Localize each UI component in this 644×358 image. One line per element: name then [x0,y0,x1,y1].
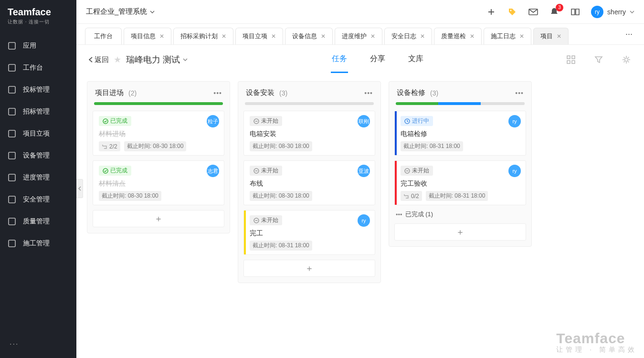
sidebar-collapse-handle[interactable] [76,179,83,198]
sidebar-item-9[interactable]: 施工管理 [0,232,76,254]
tab-1[interactable]: 项目信息✕ [124,28,171,44]
tab-9[interactable]: 项目✕ [533,28,569,44]
tab-0[interactable]: 工作台 [85,28,122,44]
svg-rect-13 [572,56,575,59]
close-icon[interactable]: ✕ [271,33,276,40]
project-tab-1[interactable]: 分享 [369,46,386,73]
mail-icon[interactable] [528,7,538,17]
task-card[interactable]: 已完成粒子材料进场2/2截止时间: 08-30 18:00 [93,111,224,156]
column-menu-icon[interactable]: ••• [213,89,222,97]
workspace-tabs: 工作台项目信息✕招标采购计划✕项目立项✕设备信息✕进度维护✕安全日志✕质量巡检✕… [76,24,644,45]
close-icon[interactable]: ✕ [557,33,561,40]
sidebar-item-8[interactable]: 质量管理 [0,211,76,232]
column-progress [94,102,223,105]
status-pill: 未开始 [250,166,282,176]
add-card-button[interactable]: ＋ [394,223,526,241]
svg-rect-1 [9,64,15,71]
svg-rect-8 [9,218,15,225]
tab-2[interactable]: 招标采购计划✕ [173,28,233,44]
clipboard-icon [8,195,16,204]
plus-icon[interactable] [486,7,496,17]
svg-point-10 [510,10,512,11]
bell-icon[interactable]: 3 [549,7,560,17]
close-icon[interactable]: ✕ [222,33,226,40]
list-icon [8,85,16,94]
sidebar-item-2[interactable]: 投标管理 [0,79,76,101]
sidebar-item-6[interactable]: 进度管理 [0,167,76,189]
sidebar-item-label: 工作台 [23,63,43,72]
sidebar-item-7[interactable]: 安全管理 [0,189,76,211]
task-card[interactable]: 进行中ry电箱检修截止时间: 08-31 18:00 [394,111,526,156]
sidebar-item-5[interactable]: 设备管理 [0,145,76,167]
star-icon[interactable]: ★ [114,54,121,65]
close-icon[interactable]: ✕ [420,33,425,40]
deadline-chip: 截止时间: 08-31 18:00 [401,141,463,151]
close-icon[interactable]: ✕ [370,33,375,40]
deadline-chip: 截止时间: 08-31 18:00 [426,191,488,201]
task-card[interactable]: 未开始亚波布线截止时间: 08-30 18:00 [243,160,375,205]
app-title-dropdown[interactable]: 工程企业_管理系统 [86,7,155,16]
column-1: 设备安装(3)•••未开始联刚电箱安装截止时间: 08-30 18:00未开始亚… [238,81,381,283]
report-icon [8,239,16,248]
column-header: 项目进场(2)••• [87,82,230,102]
svg-point-18 [103,168,108,173]
add-card-button[interactable]: ＋ [93,210,224,227]
column-count: (2) [128,89,137,97]
column-0: 项目进场(2)•••已完成粒子材料进场2/2截止时间: 08-30 18:00已… [87,81,230,233]
tab-label: 项目 [540,32,553,41]
tab-5[interactable]: 进度维护✕ [335,28,382,44]
svg-rect-0 [9,42,15,49]
sidebar-item-3[interactable]: 招标管理 [0,101,76,123]
svg-rect-5 [9,152,15,159]
tab-6[interactable]: 安全日志✕ [384,28,432,44]
back-button[interactable]: 返回 [89,55,109,64]
close-icon[interactable]: ✕ [159,33,164,40]
subtask-chip: 0/2 [401,191,422,201]
project-tab-2[interactable]: 文库 [407,46,424,73]
column-title: 设备检修 [397,88,425,97]
column-menu-icon[interactable]: ••• [515,89,524,97]
collapsed-done-toggle[interactable]: •••已完成 (1) [396,210,525,219]
brand-name: Teamface [8,7,69,18]
sidebar-item-label: 安全管理 [23,195,50,204]
close-icon[interactable]: ✕ [519,33,524,40]
main: 工程企业_管理系统 3 ry sherry [76,0,644,358]
tag-icon[interactable] [507,7,517,17]
user-menu[interactable]: ry sherry [591,6,634,18]
tabs-overflow-icon[interactable]: ··· [623,29,635,39]
column-header: 设备检修(3)••• [389,82,531,102]
sidebar-item-4[interactable]: 项目立项 [0,123,76,145]
sidebar-item-0[interactable]: 应用 [0,35,76,57]
tab-7[interactable]: 质量巡检✕ [434,28,482,44]
tab-3[interactable]: 项目立项✕ [235,28,283,44]
gear-icon[interactable] [621,54,632,65]
sidebar-item-1[interactable]: 工作台 [0,57,76,79]
column-progress [396,102,525,105]
sidebar-item-label: 进度管理 [23,173,50,182]
add-card-button[interactable]: ＋ [243,260,375,277]
sidebar-more-icon[interactable]: ··· [0,330,76,358]
back-label: 返回 [95,55,109,64]
task-card[interactable]: 未开始ry完工验收0/2截止时间: 08-31 18:00 [394,160,526,205]
task-title: 材料清点 [99,179,218,188]
project-title-dropdown[interactable]: 瑞峰电力 测试 [126,54,188,65]
svg-rect-12 [567,56,570,59]
column-menu-icon[interactable]: ••• [364,89,373,97]
close-icon[interactable]: ✕ [321,33,326,40]
tab-label: 施工日志 [491,32,516,41]
project-tab-0[interactable]: 任务 [331,46,348,73]
book-icon[interactable] [570,7,581,17]
close-icon[interactable]: ✕ [470,33,475,40]
tab-8[interactable]: 施工日志✕ [484,28,531,44]
tab-label: 安全日志 [391,32,416,41]
view-grid-icon[interactable] [566,54,576,65]
bars-icon [8,217,16,226]
task-card[interactable]: 未开始ry完工截止时间: 08-31 18:00 [243,210,375,255]
task-card[interactable]: 已完成志君材料清点截止时间: 08-30 18:00 [93,160,224,205]
filter-icon[interactable] [593,54,604,65]
assignee-avatar: ry [358,214,370,227]
assignee-avatar: 亚波 [358,165,370,177]
assignee-avatar: ry [508,165,521,177]
tab-4[interactable]: 设备信息✕ [285,28,333,44]
task-card[interactable]: 未开始联刚电箱安装截止时间: 08-30 18:00 [243,111,375,156]
